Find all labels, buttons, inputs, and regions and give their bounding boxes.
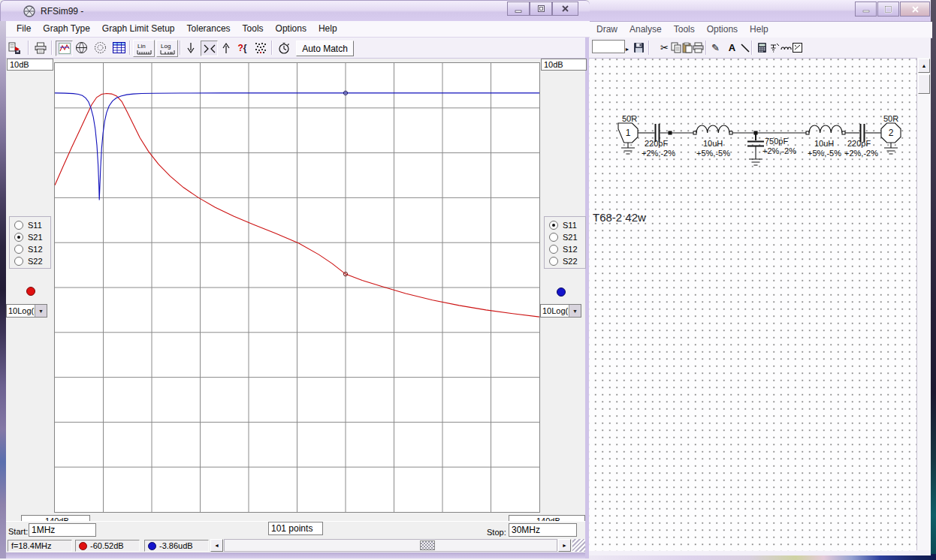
terminal (842, 131, 845, 134)
start-input[interactable]: 1MHz (29, 523, 96, 537)
radio-button-s22[interactable] (549, 257, 558, 266)
menu-options[interactable]: Options (701, 22, 744, 37)
minimize-button[interactable] (507, 2, 530, 16)
radio-row-s11[interactable]: S11 (549, 219, 585, 231)
radio-button-s21[interactable] (549, 233, 558, 242)
sweep-timer-button[interactable] (276, 41, 291, 55)
schematic-canvas[interactable]: 50R 1 220pF +2%,-2% 10uH +5%,-5% 750pF +… (589, 58, 916, 551)
query-values-button[interactable]: ?{ (235, 41, 249, 55)
menu-tolerances[interactable]: Tolerances (181, 21, 237, 36)
close-button[interactable] (552, 2, 578, 16)
restore-button[interactable] (877, 2, 899, 17)
marker-scroll-right-button[interactable]: ► (558, 539, 571, 552)
menu-draw[interactable]: Draw (590, 22, 623, 37)
arrow-up-icon (221, 42, 231, 54)
save-button[interactable] (632, 41, 646, 55)
red-marker-value-box: -60.52dB (75, 540, 140, 552)
restore-button[interactable] (530, 2, 552, 16)
left-scale-top-value: 10dB (10, 60, 29, 69)
marker-up-button[interactable] (219, 41, 233, 55)
radio-button-s12[interactable] (14, 245, 23, 254)
left-scale-top-box[interactable]: 10dB (7, 59, 53, 71)
close-button[interactable] (900, 2, 930, 17)
port1-impedance-label: 50R (622, 114, 637, 123)
marker-scroll-left-button[interactable]: ◄ (210, 539, 223, 552)
line-tool-button[interactable] (738, 41, 752, 55)
menu-graph-limit-setup[interactable]: Graph Limit Setup (96, 21, 181, 36)
scroll-right-icon: ► (562, 543, 567, 548)
right-format-combo[interactable]: 10Log(P ▼ (540, 304, 581, 318)
smith-chart-button[interactable] (74, 41, 89, 55)
radio-row-s21[interactable]: S21 (14, 231, 50, 243)
menu-file[interactable]: File (11, 21, 37, 36)
graph-view-button[interactable] (56, 41, 73, 56)
restore-icon (537, 5, 545, 13)
points-input[interactable]: 101 points (268, 522, 323, 535)
graph-titlebar[interactable]: RFSim99 - (0, 0, 590, 23)
auto-match-button[interactable]: Auto Match (296, 41, 354, 56)
log-scale-button[interactable]: Log (156, 40, 178, 57)
radio-row-s22[interactable]: S22 (14, 255, 50, 267)
menu-help[interactable]: Help (744, 22, 774, 37)
marker-scrollbar-thumb[interactable] (420, 540, 435, 550)
start-label: Start: (8, 527, 28, 536)
export-button[interactable] (8, 41, 22, 55)
scroll-thumb[interactable] (918, 74, 930, 94)
left-format-combo[interactable]: 10Log(P ▼ (6, 304, 47, 318)
radio-row-s22[interactable]: S22 (549, 255, 585, 267)
radio-button-s11[interactable] (14, 221, 23, 230)
radio-row-s12[interactable]: S12 (14, 243, 50, 255)
menu-options[interactable]: Options (270, 21, 313, 36)
tolerance-analysis-button[interactable] (253, 41, 269, 55)
graph-window: RFSim99 - FileGraph TypeGraph Limit Setu… (0, 0, 589, 558)
linear-scale-button[interactable]: Lin (133, 40, 155, 57)
table-view-button[interactable] (111, 41, 127, 55)
radio-button-s12[interactable] (549, 245, 558, 254)
minimize-button[interactable] (855, 2, 877, 17)
radio-button-s22[interactable] (14, 257, 23, 266)
cut-icon: ✂ (660, 42, 669, 53)
radio-button-s11[interactable] (549, 221, 558, 230)
combo-dropdown-icon[interactable]: ▼ (569, 305, 581, 317)
combo-dropdown-icon[interactable]: ▼ (35, 305, 47, 317)
window-border-left (0, 21, 6, 558)
menu-graph-type[interactable]: Graph Type (37, 21, 95, 36)
dropdown-arrow-icon[interactable]: ► (623, 42, 631, 56)
hidden-combo-stub[interactable] (592, 40, 625, 53)
radio-button-s21[interactable] (14, 233, 23, 242)
right-scale-top-box[interactable]: 10dB (541, 59, 587, 71)
plot-svg (55, 63, 539, 512)
print-button[interactable] (33, 41, 47, 55)
draw-tool-button[interactable]: ✎ (708, 41, 723, 55)
radio-row-s12[interactable]: S12 (549, 243, 585, 255)
radio-label: S11 (28, 221, 42, 230)
menu-analyse[interactable]: Analyse (623, 22, 668, 37)
plot-area[interactable] (54, 62, 540, 513)
schematic-note: T68-2 42w (593, 211, 646, 224)
menu-help[interactable]: Help (313, 21, 343, 36)
radio-row-s11[interactable]: S11 (14, 219, 50, 231)
resize-grip[interactable] (572, 539, 585, 552)
radio-row-s21[interactable]: S21 (549, 231, 585, 243)
marker-scrollbar-track[interactable] (224, 539, 557, 552)
component-box-button[interactable] (790, 41, 805, 55)
scroll-up-button[interactable]: ▲ (918, 59, 930, 73)
blue-marker-value: -3.86udB (159, 541, 193, 550)
polar-chart-button[interactable] (93, 41, 107, 55)
inductor-l1-symbol (696, 125, 729, 133)
l2-value: 10uH (814, 139, 834, 148)
l1-value: 10uH (703, 139, 723, 148)
right-trace-selector: S11S21S12S22 (544, 216, 586, 269)
schematic-vscrollbar[interactable]: ▲ (916, 58, 931, 550)
menu-tools[interactable]: Tools (668, 22, 701, 37)
marker-down-button[interactable] (183, 41, 198, 55)
red-marker-value: -60.52dB (90, 541, 124, 550)
print-button[interactable] (691, 41, 705, 55)
toolbar-separator (648, 41, 649, 55)
c1-value: 220pF (645, 139, 668, 148)
marker-center-button[interactable] (201, 41, 218, 56)
toolbar-separator (51, 41, 52, 55)
stop-input[interactable]: 30MHz (509, 523, 577, 537)
menu-tools[interactable]: Tools (237, 21, 270, 36)
radio-label: S21 (28, 233, 43, 242)
